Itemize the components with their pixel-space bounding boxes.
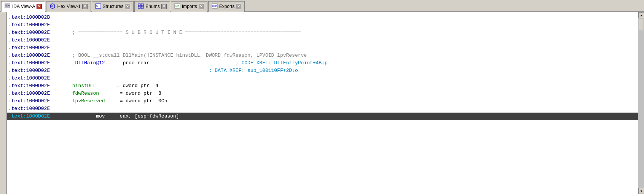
tab-structures-close[interactable]: ✕ — [125, 4, 130, 9]
data-xref-spaces: ; DATA XREF: sub_100110FF+2D — [69, 67, 292, 75]
xref-arrow-8: ↓o — [292, 67, 298, 75]
code-line-13: .text:1000D02E — [7, 105, 638, 113]
hex-view-icon: H — [49, 3, 56, 10]
main-content: .text:1000D02B .text:1000D02E .text:1000… — [0, 12, 644, 194]
tab-ida-view-close[interactable]: ✕ — [37, 4, 42, 9]
addr-5: .text:1000D02E — [8, 44, 69, 52]
code-line-10: .text:1000D02E hinstDLL = dword ptr 4 — [7, 82, 638, 90]
code-line-9: .text:1000D02E — [7, 75, 638, 82]
svg-text:IDA: IDA — [5, 4, 10, 7]
fdwreason-val: = dword ptr 8 — [99, 90, 161, 97]
proc-near: proc near — [105, 59, 150, 67]
dllmain-comment: ; BOOL __stdcall DllMain(HINSTANCE hinst… — [69, 52, 307, 59]
code-line-1: .text:1000D02B — [7, 14, 638, 21]
subroutine-comment: ; =============== S U B R O U T I N E ==… — [69, 29, 301, 37]
tab-ida-view[interactable]: IDA IDA View-A ✕ — [1, 1, 45, 12]
addr-12: .text:1000D02E — [8, 97, 69, 105]
fdwreason-var: fdwReason — [69, 90, 99, 97]
code-line-6: .text:1000D02E ; BOOL __stdcall DllMain(… — [7, 52, 638, 59]
code-line-5: .text:1000D02E — [7, 44, 638, 52]
tab-imports[interactable]: IMP Imports ✕ — [171, 1, 207, 12]
code-area[interactable]: .text:1000D02B .text:1000D02E .text:1000… — [7, 12, 638, 194]
tab-imports-label: Imports — [182, 4, 197, 9]
xref-text: XREF: DllEntryPoint+4B — [253, 59, 322, 67]
tab-structures[interactable]: A Structures ✕ — [92, 1, 134, 12]
imports-icon: IMP — [174, 3, 180, 10]
tab-exports-close[interactable]: ✕ — [236, 4, 241, 9]
code-line-11: .text:1000D02E fdwReason = dword ptr 8 — [7, 90, 638, 97]
tab-enums-label: Enums — [145, 4, 159, 9]
tab-bar: IDA IDA View-A ✕ H Hex View-1 ✕ A Struct… — [0, 0, 644, 12]
ida-view-icon: IDA — [5, 3, 11, 10]
mov-instr: mov eax, [esp+fdwReason] — [69, 113, 179, 120]
svg-rect-8 — [141, 4, 143, 6]
svg-text:IMP: IMP — [175, 5, 179, 7]
code-line-3: .text:1000D02E ; =============== S U B R… — [7, 29, 638, 37]
tab-exports-label: Exports — [219, 4, 235, 9]
code-line-4: .text:1000D02E — [7, 37, 638, 44]
scroll-track[interactable] — [638, 18, 644, 188]
code-keyword: CODE — [242, 59, 253, 67]
svg-text:EXP: EXP — [212, 5, 217, 7]
tab-imports-close[interactable]: ✕ — [199, 4, 204, 9]
code-line-7: .text:1000D02E _DllMain@12 proc near ; C… — [7, 59, 638, 67]
addr-11: .text:1000D02E — [8, 90, 69, 97]
addr-10: .text:1000D02E — [8, 82, 69, 90]
scroll-up-button[interactable]: ▲ — [638, 12, 644, 18]
lpvreserved-var: lpvReserved — [69, 97, 105, 105]
tab-enums-close[interactable]: ✕ — [161, 4, 167, 9]
addr-4: .text:1000D02E — [8, 37, 69, 44]
addr-2: .text:1000D02E — [8, 21, 69, 29]
tab-structures-label: Structures — [103, 4, 124, 9]
scroll-down-button[interactable]: ▼ — [638, 188, 644, 194]
dllmain-proc: _DllMain@12 — [69, 59, 105, 67]
addr-14: ​.text:1000D02E — [8, 113, 69, 120]
exports-icon: EXP — [212, 3, 218, 10]
vertical-scrollbar[interactable]: ▲ ▼ — [638, 12, 644, 194]
addr-1: .text:1000D02B — [8, 14, 69, 21]
code-line-2: .text:1000D02E — [7, 21, 638, 29]
addr-7: .text:1000D02E — [8, 59, 69, 67]
structures-icon: A — [95, 3, 101, 10]
tab-ida-view-label: IDA View-A — [12, 4, 35, 9]
xref-arrow-7: ↓p — [322, 59, 328, 67]
addr-3: .text:1000D02E — [8, 29, 69, 37]
code-xref-label: ; — [236, 59, 242, 67]
svg-rect-7 — [138, 4, 140, 6]
tab-hex-view-label: Hex View-1 — [57, 4, 80, 9]
tab-exports[interactable]: EXP Exports ✕ — [208, 1, 245, 12]
addr-9: .text:1000D02E — [8, 75, 69, 82]
dot-column — [0, 12, 7, 194]
tab-hex-view[interactable]: H Hex View-1 ✕ — [46, 1, 91, 12]
addr-8: .text:1000D02E — [8, 67, 69, 75]
addr-13: .text:1000D02E — [8, 105, 69, 113]
enums-icon — [138, 3, 144, 10]
svg-rect-10 — [141, 6, 143, 8]
code-line-14[interactable]: ​.text:1000D02E mov eax, [esp+fdwReason] — [7, 113, 638, 120]
spaces-7 — [150, 59, 236, 67]
addr-6: .text:1000D02E — [8, 52, 69, 59]
hinstdll-var: hinstDLL — [69, 82, 96, 90]
lpvreserved-val: = dword ptr 0Ch — [105, 97, 167, 105]
code-line-12: .text:1000D02E lpvReserved = dword ptr 0… — [7, 97, 638, 105]
tab-enums[interactable]: Enums ✕ — [134, 1, 170, 12]
svg-text:A: A — [96, 5, 98, 7]
tab-hex-view-close[interactable]: ✕ — [82, 4, 88, 9]
hinstdll-val: = dword ptr 4 — [96, 82, 158, 90]
svg-text:H: H — [51, 5, 53, 8]
svg-rect-9 — [138, 6, 140, 8]
code-line-15 — [7, 120, 638, 128]
scroll-thumb[interactable] — [639, 19, 644, 30]
code-line-8: .text:1000D02E ; DATA XREF: sub_100110FF… — [7, 67, 638, 75]
